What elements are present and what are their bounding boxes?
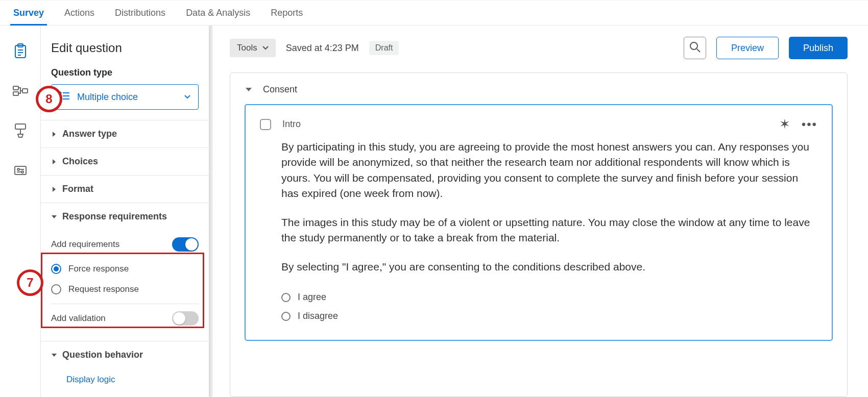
section-label: Question behavior bbox=[62, 350, 143, 360]
section-response-requirements[interactable]: Response requirements bbox=[41, 203, 209, 230]
response-requirements-body: Add requirements Force response Request … bbox=[41, 230, 209, 341]
section-answer-type[interactable]: Answer type bbox=[41, 120, 209, 147]
add-requirements-label: Add requirements bbox=[51, 239, 119, 250]
more-menu-icon[interactable]: ••• bbox=[802, 117, 817, 132]
tools-label: Tools bbox=[237, 43, 257, 53]
caret-down-icon bbox=[51, 352, 57, 358]
svg-point-11 bbox=[17, 168, 19, 170]
radio-icon bbox=[51, 284, 61, 294]
left-rail bbox=[0, 26, 41, 397]
svg-rect-10 bbox=[15, 166, 26, 175]
radio-icon bbox=[51, 264, 61, 274]
caret-down-icon bbox=[51, 214, 57, 220]
paragraph: The images in this study may be of a vio… bbox=[281, 215, 817, 246]
rail-builder-icon[interactable] bbox=[10, 41, 31, 61]
svg-rect-5 bbox=[13, 86, 18, 90]
svg-rect-8 bbox=[15, 124, 26, 129]
saved-status: Saved at 4:23 PM bbox=[286, 43, 359, 54]
tab-distributions[interactable]: Distributions bbox=[112, 1, 168, 25]
survey-canvas: Consent Intro ✶ ••• By participating in … bbox=[230, 72, 848, 397]
panel-title: Edit question bbox=[41, 26, 209, 67]
radio-icon bbox=[281, 293, 291, 302]
annotation-8: 8 bbox=[36, 86, 62, 112]
section-question-behavior[interactable]: Question behavior bbox=[41, 341, 209, 368]
chevron-down-icon bbox=[184, 92, 191, 102]
chevron-down-icon bbox=[262, 43, 269, 53]
svg-rect-6 bbox=[13, 92, 18, 95]
top-tabs: Survey Actions Distributions Data & Anal… bbox=[0, 0, 868, 26]
builder-main: Tools Saved at 4:23 PM Draft Preview Pub… bbox=[209, 26, 868, 397]
section-label: Response requirements bbox=[62, 211, 167, 222]
question-type-select[interactable]: Multiple choice bbox=[51, 84, 199, 110]
search-button[interactable] bbox=[684, 37, 706, 59]
choice-option[interactable]: I agree bbox=[281, 288, 817, 307]
publish-button[interactable]: Publish bbox=[789, 37, 848, 59]
question-behavior-body: Display logic bbox=[41, 368, 209, 393]
caret-right-icon bbox=[51, 159, 57, 165]
question-label[interactable]: Intro bbox=[282, 119, 301, 130]
tab-data-analysis[interactable]: Data & Analysis bbox=[183, 1, 253, 25]
section-label: Choices bbox=[62, 156, 98, 167]
preview-button[interactable]: Preview bbox=[716, 37, 779, 59]
radio-icon bbox=[281, 312, 291, 321]
caret-right-icon bbox=[51, 131, 57, 137]
tab-survey[interactable]: Survey bbox=[10, 1, 47, 25]
rail-look-and-feel-icon[interactable] bbox=[10, 120, 31, 141]
svg-point-21 bbox=[690, 42, 697, 49]
builder-toolbar: Tools Saved at 4:23 PM Draft Preview Pub… bbox=[230, 37, 848, 59]
choice-list: I agree I disagree bbox=[260, 288, 817, 326]
caret-right-icon bbox=[51, 186, 57, 192]
question-text[interactable]: By participating in this study, you are … bbox=[260, 139, 817, 275]
star-icon[interactable]: ✶ bbox=[779, 116, 790, 132]
option-label: Request response bbox=[68, 284, 139, 294]
block-collapse-icon[interactable] bbox=[245, 86, 253, 94]
block-header: Consent bbox=[245, 84, 833, 95]
svg-line-22 bbox=[697, 49, 700, 52]
choice-label: I agree bbox=[298, 292, 326, 303]
paragraph: By participating in this study, you are … bbox=[281, 139, 817, 202]
force-response-option[interactable]: Force response bbox=[51, 259, 199, 279]
question-card[interactable]: Intro ✶ ••• By participating in this stu… bbox=[245, 104, 833, 341]
choice-label: I disagree bbox=[298, 311, 338, 321]
draft-badge: Draft bbox=[369, 41, 399, 55]
svg-rect-7 bbox=[22, 89, 28, 93]
svg-point-13 bbox=[21, 171, 23, 173]
display-logic-link[interactable]: Display logic bbox=[51, 368, 199, 385]
rail-options-icon[interactable] bbox=[10, 160, 31, 181]
section-label: Answer type bbox=[62, 129, 117, 139]
add-validation-label: Add validation bbox=[51, 313, 106, 324]
tools-menu[interactable]: Tools bbox=[230, 39, 276, 57]
edit-question-panel: Edit question Question type Multiple cho… bbox=[41, 26, 209, 397]
choice-option[interactable]: I disagree bbox=[281, 307, 817, 326]
tab-reports[interactable]: Reports bbox=[268, 1, 306, 25]
annotation-7: 7 bbox=[17, 269, 43, 296]
question-type-value: Multiple choice bbox=[77, 92, 177, 103]
search-icon bbox=[689, 41, 701, 55]
section-format[interactable]: Format bbox=[41, 175, 209, 203]
block-title[interactable]: Consent bbox=[263, 84, 297, 95]
paragraph: By selecting "I agree," you are consenti… bbox=[281, 259, 817, 275]
section-choices[interactable]: Choices bbox=[41, 147, 209, 175]
question-select-checkbox[interactable] bbox=[260, 119, 271, 130]
rail-flow-icon[interactable] bbox=[10, 81, 31, 101]
add-validation-toggle[interactable] bbox=[172, 311, 199, 326]
option-label: Force response bbox=[68, 264, 129, 274]
tab-actions[interactable]: Actions bbox=[61, 1, 98, 25]
add-requirements-toggle[interactable] bbox=[172, 237, 199, 252]
request-response-option[interactable]: Request response bbox=[51, 279, 199, 300]
section-label: Format bbox=[62, 184, 93, 194]
question-type-heading: Question type bbox=[41, 67, 209, 84]
